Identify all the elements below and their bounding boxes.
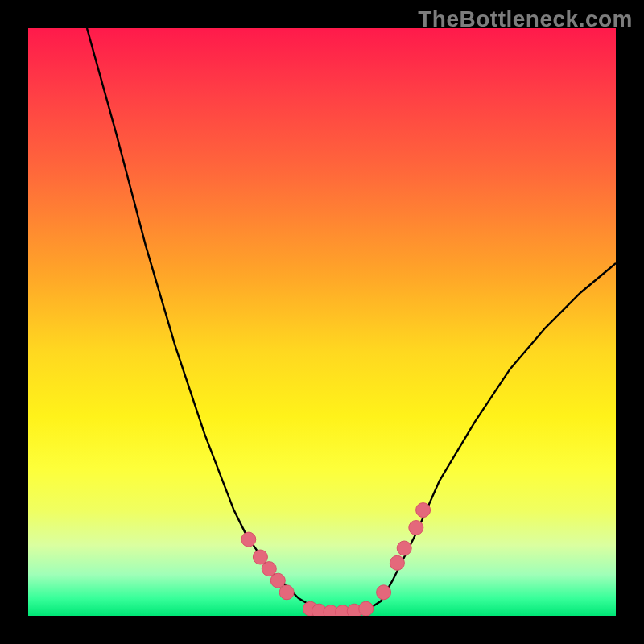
chart-stage: TheBottleneck.com bbox=[0, 0, 644, 644]
curve-marker bbox=[279, 585, 294, 600]
curve-marker bbox=[397, 541, 411, 555]
curve-markers bbox=[242, 503, 431, 616]
bottleneck-curve bbox=[87, 28, 616, 613]
curve-marker bbox=[377, 585, 391, 600]
watermark-text: TheBottleneck.com bbox=[418, 6, 633, 32]
curve-marker bbox=[359, 601, 374, 616]
curve-marker bbox=[416, 503, 431, 518]
curve-marker bbox=[409, 521, 423, 535]
curve-marker bbox=[390, 555, 404, 570]
chart-overlay bbox=[28, 28, 616, 616]
curve-marker bbox=[242, 532, 256, 547]
curve-marker bbox=[262, 562, 276, 576]
